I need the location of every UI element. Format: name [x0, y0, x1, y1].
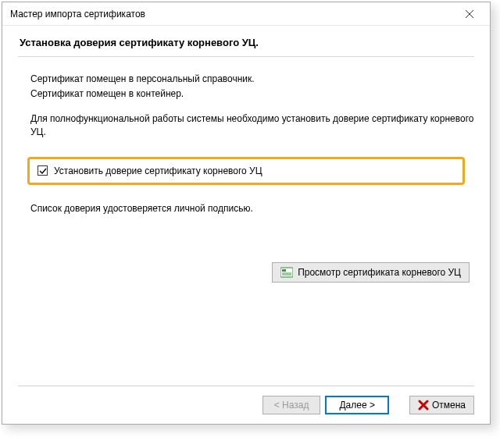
certificate-icon	[280, 267, 293, 278]
button-bar: < Назад Далее > Отмена	[2, 386, 490, 424]
window-title: Мастер импорта сертификатов	[10, 9, 145, 20]
dialog-window: Мастер импорта сертификатов Установка до…	[2, 2, 491, 425]
back-label: < Назад	[274, 400, 309, 411]
view-cert-label: Просмотр сертификата корневого УЦ	[298, 267, 461, 278]
svg-rect-2	[280, 268, 293, 277]
cancel-icon	[418, 400, 429, 411]
next-label: Далее >	[339, 400, 375, 411]
content-area: Установка доверия сертификату корневого …	[2, 26, 490, 386]
trust-checkbox[interactable]	[38, 165, 48, 176]
info-line-1: Сертификат помещен в персональный справо…	[30, 73, 474, 86]
next-button[interactable]: Далее >	[325, 396, 389, 414]
trust-checkbox-row[interactable]: Установить доверие сертификату корневого…	[27, 157, 465, 185]
trust-checkbox-label: Установить доверие сертификату корневого…	[54, 165, 262, 176]
checkmark-icon	[39, 167, 47, 175]
info-line-3: Для полнофункциональной работы системы н…	[30, 112, 474, 140]
close-icon	[466, 10, 473, 18]
svg-rect-3	[282, 269, 286, 272]
signature-note: Список доверия удостоверяется личной под…	[30, 202, 474, 215]
close-button[interactable]	[454, 3, 485, 25]
cancel-label: Отмена	[432, 400, 466, 411]
titlebar: Мастер импорта сертификатов	[2, 2, 490, 26]
page-heading: Установка доверия сертификату корневого …	[20, 37, 474, 48]
info-line-2: Сертификат помещен в контейнер.	[30, 87, 474, 101]
heading-divider	[18, 56, 474, 57]
back-button: < Назад	[262, 396, 321, 414]
cancel-button[interactable]: Отмена	[409, 396, 474, 414]
view-cert-row: Просмотр сертификата корневого УЦ	[18, 262, 470, 283]
view-cert-button[interactable]: Просмотр сертификата корневого УЦ	[272, 262, 470, 283]
